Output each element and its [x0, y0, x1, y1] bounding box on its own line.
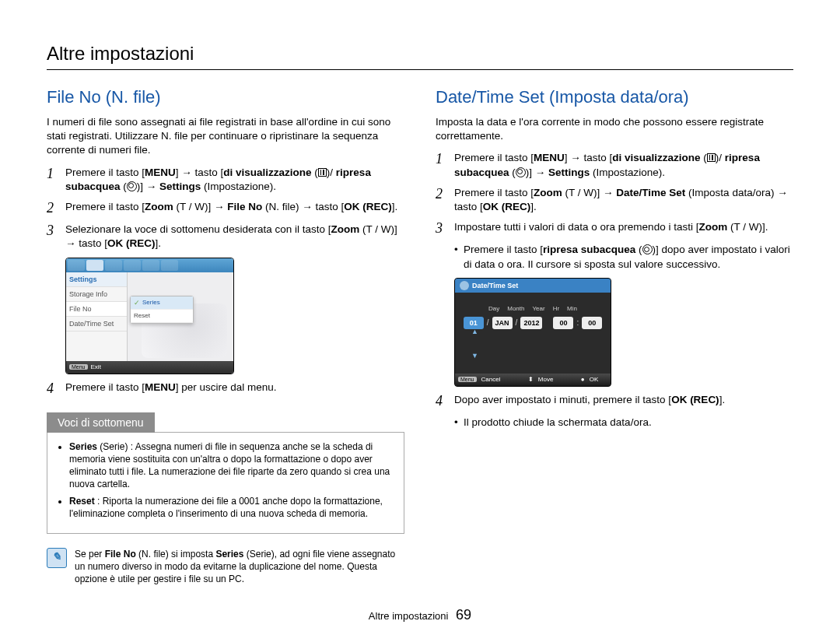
- ui-popup-series: ✓Series: [131, 296, 193, 310]
- ui2-lbl-month: Month: [507, 305, 524, 312]
- right-step-1-text: Premere il tasto [MENU] → tasto [di visu…: [454, 151, 793, 179]
- display-icon: [318, 168, 327, 177]
- ui-popup: ✓Series Reset: [130, 296, 194, 324]
- ui2-lbl-hr: Hr: [553, 305, 559, 312]
- right-column: Date/Time Set (Imposta data/ora) Imposta…: [436, 87, 793, 585]
- ui-tab: [68, 260, 85, 271]
- ui-mock-datetime: Date/Time Set Day Month Year Hr Min ▲▼ 0…: [454, 278, 611, 387]
- page-title: Altre impostazioni: [47, 43, 793, 65]
- right-heading: Date/Time Set (Imposta data/ora): [436, 87, 793, 107]
- page-number: 69: [456, 607, 471, 623]
- left-step-2-text: Premere il tasto [Zoom (T / W)] → File N…: [65, 200, 397, 214]
- ui-side-list: Settings Storage Info File No Date/Time …: [66, 272, 128, 361]
- ui2-lbl-year: Year: [532, 305, 544, 312]
- ui-tab-active: [86, 260, 103, 271]
- left-step-3-text: Selezionare la voce di sottomenu desider…: [65, 223, 404, 251]
- rule: [47, 69, 793, 70]
- submenu-item-reset: Reset : Riporta la numerazione dei file …: [69, 495, 393, 520]
- left-column: File No (N. file) I numeri di file sono …: [47, 87, 404, 585]
- clock-icon: [460, 281, 469, 290]
- ui-popup-reset: Reset: [131, 310, 193, 323]
- ui-side-fileno: File No: [66, 302, 127, 317]
- ui-side-datetime: Date/Time Set: [66, 317, 127, 332]
- ui2-labels: Day Month Year Hr Min: [455, 305, 611, 312]
- ui-exit-label: Exit: [91, 363, 101, 370]
- right-step-2-text: Premere il tasto [Zoom (T / W)] → Date/T…: [454, 186, 793, 214]
- left-step-4: Premere il tasto [MENU] per uscire dal m…: [47, 381, 404, 397]
- arrow-up-icon: ▲: [471, 328, 478, 335]
- footer: Altre impostazioni 69: [47, 607, 793, 623]
- right-step-3-text: Impostare tutti i valori di data o ora p…: [454, 220, 768, 234]
- underwater-icon: [642, 244, 653, 254]
- right-step-1: Premere il tasto [MENU] → tasto [di visu…: [436, 151, 793, 179]
- right-steps-cont: Dopo aver impostato i minuti, premere il…: [436, 393, 793, 409]
- columns: File No (N. file) I numeri di file sono …: [47, 87, 793, 585]
- submenu-item-series: Series (Serie) : Assegna numeri di file …: [69, 440, 393, 491]
- move-icon: ⬍: [528, 376, 534, 383]
- ui2-val-month: JAN: [492, 317, 513, 329]
- ui-tabs: [66, 258, 233, 272]
- ui2-ok: OK: [590, 376, 599, 383]
- ui-side-storage: Storage Info: [66, 287, 127, 302]
- right-step-3-bullet: Premere il tasto [ripresa subacquea ()] …: [454, 243, 793, 271]
- display-icon: [707, 153, 716, 162]
- ui-mock-file-no: Settings Storage Info File No Date/Time …: [65, 258, 234, 374]
- left-steps-cont: Premere il tasto [MENU] per uscire dal m…: [47, 381, 404, 397]
- ui2-title: Date/Time Set: [472, 282, 518, 289]
- note-text: Se per File No (N. file) si imposta Seri…: [75, 548, 404, 586]
- ui2-bottom-bar: Menu Cancel ⬍ Move ● OK: [455, 374, 611, 386]
- ui2-lbl-day: Day: [488, 305, 499, 312]
- underwater-icon: [127, 181, 137, 191]
- note: ✎ Se per File No (N. file) si imposta Se…: [47, 548, 404, 586]
- submenu-header: Voci di sottomenu: [47, 412, 155, 433]
- underwater-icon: [516, 167, 526, 177]
- right-step-4-bullet: Il prodotto chiude la schermata data/ora…: [454, 416, 793, 430]
- ui2-menu-chip: Menu: [458, 377, 477, 382]
- right-step-4: Dopo aver impostato i minuti, premere il…: [436, 393, 793, 409]
- ui2-topbar: Date/Time Set: [455, 279, 611, 293]
- right-step-4-text: Dopo aver impostato i minuti, premere il…: [454, 393, 725, 407]
- right-intro: Imposta la data e l'ora corrente in modo…: [436, 115, 793, 143]
- ui2-val-year: 2012: [520, 317, 542, 329]
- ui-menu-chip: Menu: [69, 364, 88, 370]
- right-steps: Premere il tasto [MENU] → tasto [di visu…: [436, 151, 793, 237]
- ui-tab: [142, 260, 159, 271]
- page: Altre impostazioni File No (N. file) I n…: [0, 0, 840, 639]
- ui2-val-min: 00: [582, 317, 602, 329]
- left-step-1: Premere il tasto [MENU] → tasto [di visu…: [47, 166, 404, 194]
- footer-text: Altre impostazioni: [369, 610, 449, 622]
- left-steps: Premere il tasto [MENU] → tasto [di visu…: [47, 166, 404, 251]
- ui-tab: [124, 260, 141, 271]
- ui2-lbl-min: Min: [567, 305, 577, 312]
- submenu-box: Series (Serie) : Assegna numeri di file …: [47, 432, 404, 534]
- check-icon: ✓: [134, 299, 140, 307]
- right-step-3: Impostare tutti i valori di data o ora p…: [436, 220, 793, 237]
- ui-side-settings: Settings: [66, 272, 127, 287]
- right-step-2: Premere il tasto [Zoom (T / W)] → Date/T…: [436, 186, 793, 214]
- ui2-val-hr: 00: [553, 317, 573, 329]
- ui-bottom-bar: Menu Exit: [66, 361, 233, 374]
- left-intro: I numeri di file sono assegnati ai file …: [47, 115, 404, 158]
- ui2-values: 01 / JAN / 2012 00 : 00: [455, 317, 611, 329]
- note-icon: ✎: [47, 548, 67, 568]
- ui2-cancel: Cancel: [481, 376, 501, 383]
- left-step-3: Selezionare la voce di sottomenu desider…: [47, 223, 404, 251]
- left-step-2: Premere il tasto [Zoom (T / W)] → File N…: [47, 200, 404, 216]
- ui2-move: Move: [538, 376, 554, 383]
- ui-tab: [105, 260, 122, 271]
- left-step-4-text: Premere il tasto [MENU] per uscire dal m…: [65, 381, 277, 395]
- left-heading: File No (N. file): [47, 87, 404, 107]
- ok-icon: ●: [581, 376, 585, 383]
- left-step-1-text: Premere il tasto [MENU] → tasto [di visu…: [65, 166, 404, 194]
- ui2-arrows: ▲▼: [471, 328, 478, 360]
- arrow-down-icon: ▼: [471, 353, 478, 360]
- ui-tab: [161, 260, 178, 271]
